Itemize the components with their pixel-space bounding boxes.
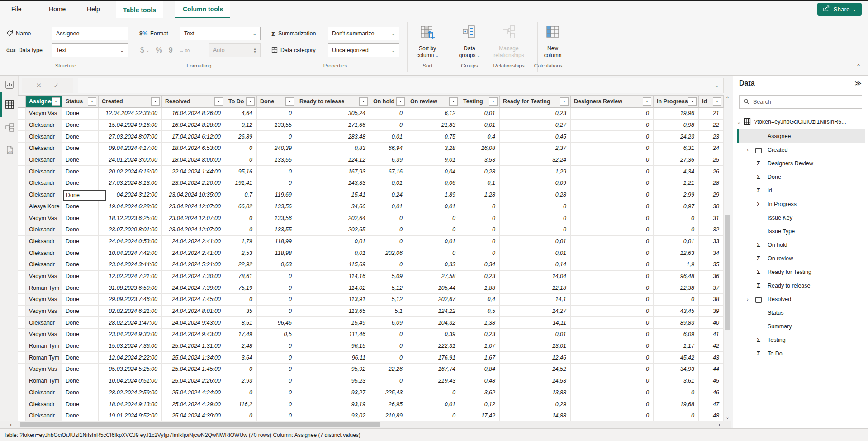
field-item-to-do[interactable]: ΣTo Do <box>737 347 865 360</box>
cell-created[interactable]: 20.02.2024 6:16:00 <box>99 166 162 177</box>
cell-testing[interactable]: 0,28 <box>460 166 500 177</box>
cell-testing[interactable]: 3,62 <box>460 387 500 399</box>
cell-to-do[interactable]: 4,64 <box>225 108 257 120</box>
menu-help[interactable]: Help <box>87 5 100 13</box>
cell-created[interactable]: 27.03.2024 8:07:00 <box>99 131 162 143</box>
column-header-created[interactable]: Created▾ <box>99 95 162 108</box>
cell-id[interactable]: 26 <box>699 166 724 177</box>
cell-on-hold[interactable]: 210,89 <box>370 410 407 422</box>
cell-id[interactable]: 39 <box>699 306 724 317</box>
field-item-on-review[interactable]: ΣOn review <box>737 252 865 265</box>
cell-ready-to-release[interactable]: 15,49 <box>296 317 370 329</box>
cell-id[interactable]: 21 <box>699 108 724 120</box>
horizontal-scrollbar-thumb[interactable] <box>20 422 380 427</box>
dax-query-view-button[interactable]: DAX <box>4 144 15 156</box>
cell-created[interactable]: 24.04.2024 0:53:00 <box>99 236 162 248</box>
cell-designers-review[interactable]: 0 <box>571 306 654 317</box>
cell-ready-to-release[interactable]: 143,33 <box>296 177 370 189</box>
filter-icon[interactable]: ▾ <box>688 97 697 106</box>
cell-ready-for-testing[interactable]: 14,1 <box>500 294 571 306</box>
column-header-id[interactable]: id▾ <box>699 95 724 108</box>
cell-resolved[interactable]: 25.04.2024 4:29:00 <box>162 398 225 410</box>
cell-status[interactable]: Done <box>62 108 99 120</box>
tab-column-tools[interactable]: Column tools <box>175 1 230 18</box>
cell-id[interactable]: 42 <box>699 340 724 352</box>
cell-resolved[interactable]: 24.04.2024 7:39:00 <box>162 282 225 294</box>
cell-done[interactable]: 118,99 <box>257 236 296 248</box>
cell-testing[interactable]: 0,12 <box>460 398 500 410</box>
cell-designers-review[interactable]: 0 <box>571 131 654 143</box>
cell-in-progress[interactable]: 19,96 <box>654 108 699 120</box>
cell-testing[interactable]: 17,42 <box>460 410 500 422</box>
cell-to-do[interactable]: 116,2 <box>225 398 257 410</box>
cell-to-do[interactable]: 78,61 <box>225 271 257 283</box>
cell-on-review[interactable]: 21,83 <box>407 120 460 131</box>
cell-assignee[interactable]: Oleksandr <box>26 247 62 259</box>
cell-done[interactable]: 0 <box>257 294 296 306</box>
data-view-button[interactable] <box>4 98 15 110</box>
datatype-select[interactable]: Text ⌄ <box>52 43 128 57</box>
cell-created[interactable]: 18.04.2024 9:13:00 <box>99 398 162 410</box>
column-header-on-hold[interactable]: On hold▾ <box>370 95 407 108</box>
cell-ready-to-release[interactable]: 114,02 <box>296 282 370 294</box>
cell-ready-for-testing[interactable]: 13,01 <box>500 340 571 352</box>
cell-on-hold[interactable]: 6,39 <box>370 154 407 166</box>
cell-testing[interactable]: 0,5 <box>460 306 500 317</box>
cell-created[interactable]: 15.04.2024 9:16:00 <box>99 120 162 131</box>
cell-resolved[interactable]: 24.04.2024 2:41:00 <box>162 247 225 259</box>
cell-to-do[interactable]: 35 <box>225 306 257 317</box>
cell-id[interactable]: 29 <box>699 189 724 201</box>
cell-assignee[interactable]: Oleksandr <box>26 154 62 166</box>
cell-done[interactable]: 0 <box>257 177 296 189</box>
cell-in-progress[interactable]: 24,23 <box>654 131 699 143</box>
cell-in-progress[interactable]: 43,45 <box>654 306 699 317</box>
cell-on-review[interactable]: 202,67 <box>407 294 460 306</box>
cell-status[interactable]: Done <box>62 236 99 248</box>
cell-done[interactable]: 0 <box>257 387 296 399</box>
cell-ready-for-testing[interactable]: 2,37 <box>500 143 571 154</box>
cell-in-progress[interactable]: 6,09 <box>654 329 699 340</box>
filter-icon[interactable]: ▾ <box>285 97 294 106</box>
cell-on-review[interactable]: 3,28 <box>407 143 460 154</box>
cell-on-hold[interactable]: 0 <box>370 259 407 271</box>
cell-designers-review[interactable]: 0 <box>571 398 654 410</box>
cell-assignee[interactable]: Vadym Vas <box>26 364 62 375</box>
cell-status[interactable]: Done <box>62 317 99 329</box>
cell-to-do[interactable]: 0 <box>225 212 257 224</box>
cell-done[interactable]: 133,55 <box>257 154 296 166</box>
cell-designers-review[interactable]: 0 <box>571 329 654 340</box>
cell-done[interactable]: 96,46 <box>257 317 296 329</box>
cell-in-progress[interactable]: 6,31 <box>654 143 699 154</box>
cell-testing[interactable]: 0,4 <box>460 131 500 143</box>
cell-testing[interactable]: 0,1 <box>460 177 500 189</box>
cell-in-progress[interactable]: 0 <box>654 212 699 224</box>
cell-id[interactable]: 25 <box>699 154 724 166</box>
cell-on-hold[interactable]: 0,01 <box>370 131 407 143</box>
cell-ready-to-release[interactable]: 115,69 <box>296 259 370 271</box>
cell-done[interactable]: 0 <box>257 340 296 352</box>
cell-resolved[interactable]: 16.04.2024 8:26:00 <box>162 108 225 120</box>
column-header-ready-for-testing[interactable]: Ready for Testing▾ <box>500 95 571 108</box>
cancel-icon[interactable]: ✕ <box>36 81 42 90</box>
cell-to-do[interactable]: 2,93 <box>225 375 257 387</box>
formula-bar-input[interactable]: ⌄ <box>78 78 724 93</box>
cell-designers-review[interactable]: 0 <box>571 224 654 236</box>
cell-in-progress[interactable]: 19,68 <box>654 398 699 410</box>
cell-status[interactable]: Done <box>62 120 99 131</box>
cell-on-hold[interactable]: 0 <box>370 329 407 340</box>
cell-ready-for-testing[interactable]: 0,14 <box>500 259 571 271</box>
cell-resolved[interactable]: 18.04.2024 8:00:00 <box>162 154 225 166</box>
filter-icon[interactable]: ▾ <box>214 97 223 106</box>
cell-in-progress[interactable]: 1,17 <box>654 340 699 352</box>
cell-to-do[interactable]: 17,49 <box>225 329 257 340</box>
cell-id[interactable]: 23 <box>699 131 724 143</box>
format-select[interactable]: Text ⌄ <box>180 27 261 40</box>
cell-ready-for-testing[interactable]: 14,11 <box>500 317 571 329</box>
cell-to-do[interactable]: 95,16 <box>225 166 257 177</box>
cell-in-progress[interactable]: 3,61 <box>654 375 699 387</box>
cell-on-hold[interactable]: 5,1 <box>370 306 407 317</box>
cell-on-hold[interactable]: 0 <box>370 108 407 120</box>
cell-in-progress[interactable]: 0 <box>654 387 699 399</box>
cell-resolved[interactable]: 17.04.2024 6:12:00 <box>162 131 225 143</box>
filter-icon[interactable]: ▾ <box>359 97 368 106</box>
